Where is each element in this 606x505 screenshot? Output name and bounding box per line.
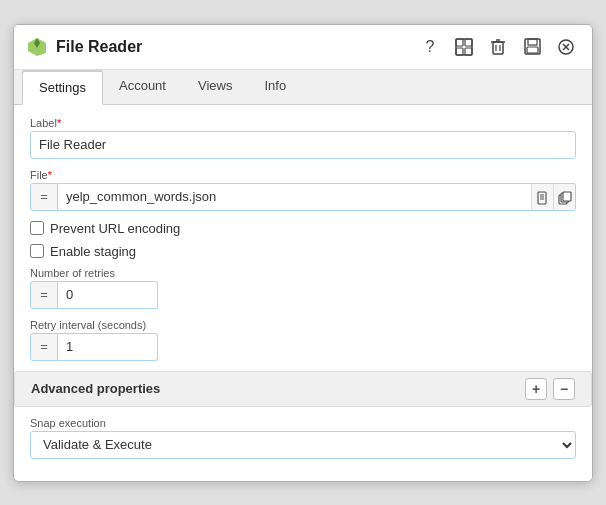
svg-rect-5: [456, 48, 463, 55]
svg-rect-14: [527, 47, 538, 53]
label-input[interactable]: [30, 131, 576, 159]
prevent-url-encoding-row: Prevent URL encoding: [30, 221, 576, 236]
app-logo: [26, 36, 48, 58]
tab-settings[interactable]: Settings: [22, 70, 103, 105]
retries-field-label: Number of retries: [30, 267, 576, 279]
prevent-url-encoding-label[interactable]: Prevent URL encoding: [50, 221, 180, 236]
file-field-label: File*: [30, 169, 576, 181]
retry-interval-field-group: Retry interval (seconds) =: [30, 319, 576, 361]
title-icon-group: ?: [416, 33, 580, 61]
label-field-label: Label*: [30, 117, 576, 129]
enable-staging-label[interactable]: Enable staging: [50, 244, 136, 259]
save-icon[interactable]: [518, 33, 546, 61]
advanced-title: Advanced properties: [31, 381, 525, 396]
svg-rect-24: [563, 192, 571, 201]
retry-interval-input[interactable]: [58, 333, 158, 361]
tab-views[interactable]: Views: [182, 70, 248, 104]
file-eq-button[interactable]: =: [30, 183, 58, 211]
retry-interval-eq-button[interactable]: =: [30, 333, 58, 361]
dialog-container: File Reader ?: [13, 24, 593, 482]
retries-field-group: Number of retries =: [30, 267, 576, 309]
label-field-group: Label*: [30, 117, 576, 159]
snap-execution-select[interactable]: Validate & Execute Execute Only Validate…: [30, 431, 576, 459]
svg-rect-2: [456, 39, 472, 55]
advanced-header: Advanced properties + −: [14, 371, 592, 407]
file-stack-icon[interactable]: [553, 184, 575, 211]
file-doc-icon[interactable]: [531, 184, 553, 211]
advanced-add-button[interactable]: +: [525, 378, 547, 400]
svg-rect-18: [538, 192, 546, 204]
enable-staging-checkbox[interactable]: [30, 244, 44, 258]
prevent-url-encoding-checkbox[interactable]: [30, 221, 44, 235]
file-icon-group: [531, 183, 576, 211]
advanced-icon-group: + −: [525, 378, 575, 400]
title-bar: File Reader ?: [14, 25, 592, 70]
tab-bar: Settings Account Views Info: [14, 70, 592, 105]
svg-rect-4: [465, 39, 472, 46]
svg-rect-7: [493, 42, 503, 54]
retries-input[interactable]: [58, 281, 158, 309]
snap-execution-field-group: Snap execution Validate & Execute Execut…: [30, 417, 576, 459]
svg-rect-6: [465, 48, 472, 55]
file-input-row: =: [30, 183, 576, 211]
image-icon[interactable]: [450, 33, 478, 61]
svg-rect-13: [528, 39, 537, 45]
delete-icon[interactable]: [484, 33, 512, 61]
svg-rect-3: [456, 39, 463, 46]
tab-account[interactable]: Account: [103, 70, 182, 104]
advanced-remove-button[interactable]: −: [553, 378, 575, 400]
snap-execution-field-label: Snap execution: [30, 417, 576, 429]
retries-eq-button[interactable]: =: [30, 281, 58, 309]
retry-interval-input-row: =: [30, 333, 576, 361]
dialog-title: File Reader: [56, 38, 416, 56]
retries-input-row: =: [30, 281, 576, 309]
close-icon[interactable]: [552, 33, 580, 61]
retry-interval-field-label: Retry interval (seconds): [30, 319, 576, 331]
help-icon[interactable]: ?: [416, 33, 444, 61]
settings-content: Label* File* =: [14, 105, 592, 481]
enable-staging-row: Enable staging: [30, 244, 576, 259]
file-input[interactable]: [58, 183, 531, 211]
tab-info[interactable]: Info: [248, 70, 302, 104]
file-field-group: File* =: [30, 169, 576, 211]
